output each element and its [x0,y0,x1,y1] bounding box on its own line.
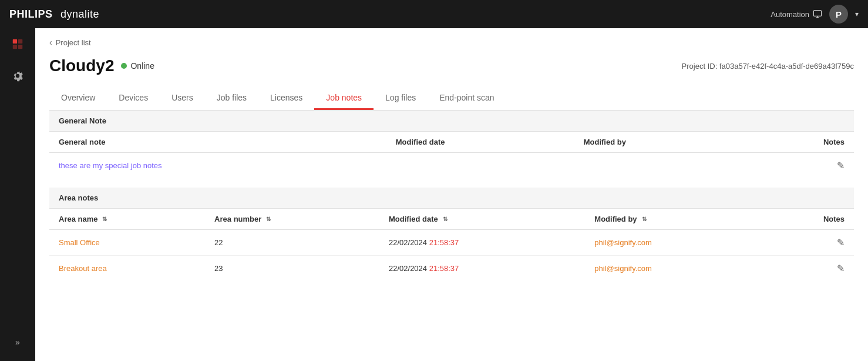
area-modified-date-sort-icon: ⇅ [443,216,448,222]
user-menu-chevron[interactable]: ▾ [855,10,859,18]
area-edit-1[interactable]: ✎ [761,256,854,282]
general-note-row: these are my special job notes ✎ [49,153,854,179]
general-note-modified-date [386,153,574,179]
area-modified-date-0: 22/02/2024 21:58:37 [379,230,585,256]
content-area: ‹ Project list Cloudy2 Online Project ID… [35,28,868,361]
area-notes-row-0: Small Office 22 22/02/2024 21:58:37 phil… [49,230,854,256]
status-label: Online [130,61,154,71]
tab-licenses[interactable]: Licenses [258,87,314,110]
area-notes-header-row: Area name ⇅ Area number ⇅ [49,209,854,230]
automation-menu[interactable]: Automation [771,9,822,19]
general-note-table: General note Modified date Modified by N… [49,132,854,178]
col-notes: Notes [743,132,854,153]
project-id: Project ID: fa03a57f-e42f-4c4a-a5df-de69… [682,62,854,71]
brand-name: PHILIPS [9,8,53,21]
status-dot [121,63,127,69]
project-title-section: Cloudy2 Online [49,56,154,75]
product-name: dynalite [60,8,99,21]
topbar-right: Automation P ▾ [771,5,859,24]
sidebar-item-projects[interactable] [0,28,35,60]
area-notes-section: Area notes Area name ⇅ [49,188,854,281]
svg-rect-0 [813,11,821,16]
tab-job-files[interactable]: Job files [205,87,258,110]
monitor-icon [813,9,822,19]
area-modified-by-1: phil@signify.com [585,256,761,282]
area-notes-table: Area name ⇅ Area number ⇅ [49,209,854,281]
date-highlight-0: 21:58:37 [429,238,459,247]
date-highlight-1: 21:58:37 [429,264,459,273]
breadcrumb-label: Project list [56,38,91,47]
general-note-header-row: General note Modified date Modified by N… [49,132,854,153]
tab-overview[interactable]: Overview [49,87,107,110]
collapse-icon[interactable]: » [11,333,25,352]
tab-log-files[interactable]: Log files [374,87,428,110]
edit-icon-1[interactable]: ✎ [837,263,845,273]
area-number-1: 23 [205,256,379,282]
back-arrow: ‹ [49,38,52,47]
area-notes-header: Area notes [49,188,854,209]
svg-rect-6 [18,45,22,49]
svg-rect-4 [18,39,22,44]
area-number-0: 22 [205,230,379,256]
automation-label: Automation [771,10,809,19]
gear-icon [11,69,24,82]
area-number-sort-icon: ⇅ [266,216,271,222]
tab-job-notes[interactable]: Job notes [314,87,374,110]
sidebar-item-settings[interactable] [0,60,35,92]
general-note-text[interactable]: these are my special job notes [49,153,386,179]
area-edit-0[interactable]: ✎ [761,230,854,256]
col-modified-date: Modified date [386,132,574,153]
general-note-modified-by [574,153,743,179]
area-name-0[interactable]: Small Office [49,230,205,256]
building-icon [11,38,24,51]
svg-rect-5 [13,45,17,49]
topbar: PHILIPS dynalite Automation P ▾ [0,0,868,28]
area-modified-by-0: phil@signify.com [585,230,761,256]
general-note-header: General Note [49,111,854,132]
app-logo: PHILIPS dynalite [9,8,99,21]
area-name-sort-icon: ⇅ [102,216,107,222]
sidebar: » [0,0,35,361]
online-badge: Online [121,61,154,71]
general-note-table-container: General note Modified date Modified by N… [49,132,854,178]
general-note-section: General Note General note Modified date … [49,111,854,178]
col-area-modified-date[interactable]: Modified date ⇅ [379,209,585,230]
tab-endpoint-scan[interactable]: End-point scan [428,87,506,110]
main-content: ‹ Project list Cloudy2 Online Project ID… [35,28,868,361]
col-general-note: General note [49,132,386,153]
project-header: Cloudy2 Online Project ID: fa03a57f-e42f… [49,56,854,75]
area-modified-by-sort-icon: ⇅ [642,216,647,222]
tab-users[interactable]: Users [160,87,205,110]
breadcrumb[interactable]: ‹ Project list [49,38,854,47]
tabs-bar: Overview Devices Users Job files License… [49,87,854,111]
area-notes-table-container: Area name ⇅ Area number ⇅ [49,209,854,281]
col-modified-by: Modified by [574,132,743,153]
area-notes-row-1: Breakout area 23 22/02/2024 21:58:37 phi… [49,256,854,282]
edit-icon[interactable]: ✎ [837,161,845,171]
project-title: Cloudy2 [49,56,114,75]
sidebar-collapse[interactable]: » [0,333,35,361]
col-area-modified-by[interactable]: Modified by ⇅ [585,209,761,230]
col-area-notes: Notes [761,209,854,230]
col-area-number[interactable]: Area number ⇅ [205,209,379,230]
edit-icon-0[interactable]: ✎ [837,238,845,248]
svg-rect-3 [13,39,17,44]
area-modified-date-1: 22/02/2024 21:58:37 [379,256,585,282]
area-name-1[interactable]: Breakout area [49,256,205,282]
col-area-name[interactable]: Area name ⇅ [49,209,205,230]
user-avatar[interactable]: P [829,5,848,24]
general-note-edit[interactable]: ✎ [743,153,854,179]
tab-devices[interactable]: Devices [107,87,160,110]
